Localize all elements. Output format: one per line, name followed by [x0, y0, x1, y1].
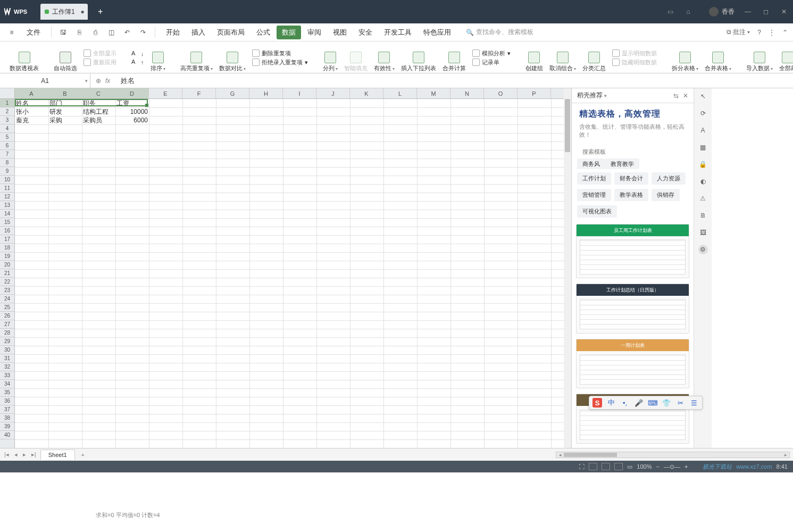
- cell[interactable]: 部门: [48, 99, 82, 107]
- pivot-table-button[interactable]: 数据透视表: [6, 44, 42, 72]
- ime-toolbar[interactable]: S 中 •, 🎤 ⌨ 👕 ✂ ☰: [589, 396, 703, 410]
- formula-input[interactable]: 姓名: [115, 76, 135, 86]
- cursor-icon[interactable]: ↖: [698, 92, 708, 101]
- zoom-out-icon[interactable]: −: [656, 463, 659, 470]
- panel-settings-icon[interactable]: ⇆: [673, 92, 679, 99]
- template-tag[interactable]: 教学表格: [614, 189, 648, 201]
- row-header[interactable]: 35: [0, 388, 14, 397]
- row-header[interactable]: 4: [0, 124, 14, 133]
- print2-icon[interactable]: ⎙: [89, 26, 102, 39]
- row-header[interactable]: 39: [0, 422, 14, 431]
- row-header[interactable]: 33: [0, 371, 14, 380]
- menu-tab-特色应用[interactable]: 特色应用: [418, 26, 456, 39]
- row-header[interactable]: 30: [0, 346, 14, 354]
- cell[interactable]: 秦克: [15, 116, 48, 124]
- whatif-button[interactable]: 模拟分析 ▾: [472, 49, 511, 57]
- sheet-nav-last[interactable]: ▸|: [30, 451, 37, 458]
- ungroup-button[interactable]: 取消组合: [546, 44, 579, 72]
- collapse-ribbon-icon[interactable]: ⌃: [782, 29, 788, 36]
- row-header[interactable]: 22: [0, 278, 14, 286]
- menu-tab-数据[interactable]: 数据: [277, 26, 301, 39]
- cell[interactable]: 采购员: [82, 116, 115, 124]
- read-mode-icon[interactable]: ▭: [627, 463, 632, 470]
- row-header[interactable]: 19: [0, 252, 14, 261]
- menu-tab-页面布局[interactable]: 页面布局: [212, 26, 250, 39]
- row-header[interactable]: 2: [0, 107, 14, 116]
- smart-fill-button[interactable]: 智能填充: [341, 44, 371, 72]
- column-header[interactable]: A: [15, 88, 48, 98]
- style-icon[interactable]: A: [698, 126, 708, 135]
- text-to-columns-button[interactable]: 分列: [320, 44, 341, 72]
- lock-icon[interactable]: 🔒: [698, 160, 708, 169]
- subtotal-button[interactable]: 分类汇总: [579, 44, 609, 72]
- row-header[interactable]: 20: [0, 261, 14, 269]
- sort-desc-button[interactable]: A↑: [131, 59, 144, 66]
- window-list-icon[interactable]: ▭: [665, 7, 675, 16]
- shape-icon[interactable]: ◐: [698, 177, 708, 186]
- cell[interactable]: 采购: [48, 116, 82, 124]
- sheet-nav-first[interactable]: |◂: [3, 451, 10, 458]
- panel-close-icon[interactable]: ✕: [683, 92, 688, 99]
- sheet-nav-prev[interactable]: ◂: [13, 451, 19, 458]
- column-header[interactable]: F: [182, 88, 216, 98]
- row-header[interactable]: 3: [0, 116, 14, 124]
- highlight-duplicates-button[interactable]: 高亮重复项: [177, 44, 216, 72]
- template-thumbnail[interactable]: 一周计划表: [576, 339, 689, 389]
- column-header[interactable]: B: [48, 88, 82, 98]
- row-header[interactable]: 31: [0, 354, 14, 363]
- template-tag[interactable]: 财务会计: [614, 172, 648, 185]
- import-data-button[interactable]: 导入数据: [743, 44, 776, 72]
- table-icon[interactable]: ▦: [698, 143, 708, 152]
- menu-tab-开发工具[interactable]: 开发工具: [379, 26, 417, 39]
- fullscreen-icon[interactable]: ⛶: [579, 463, 585, 470]
- home-icon[interactable]: ⌂: [683, 7, 693, 16]
- group-button[interactable]: 创建组: [522, 44, 546, 72]
- menu-tab-审阅[interactable]: 审阅: [302, 26, 327, 39]
- ime-keyboard-icon[interactable]: ⌨: [648, 398, 657, 408]
- split-table-button[interactable]: 拆分表格: [669, 44, 702, 72]
- sort-button[interactable]: 排序: [147, 44, 169, 72]
- row-header[interactable]: 36: [0, 397, 14, 405]
- data-validation-button[interactable]: 有效性: [371, 44, 398, 72]
- menu-tab-视图[interactable]: 视图: [328, 26, 352, 39]
- data-compare-button[interactable]: 数据对比: [216, 44, 249, 72]
- cell[interactable]: 工资: [115, 99, 149, 107]
- menu-tab-插入[interactable]: 插入: [186, 26, 211, 39]
- template-tag[interactable]: 人力资源: [652, 172, 686, 185]
- column-header[interactable]: N: [450, 88, 484, 98]
- column-header[interactable]: O: [484, 88, 517, 98]
- row-header[interactable]: 1: [0, 99, 14, 107]
- autofilter-button[interactable]: 自动筛选: [51, 44, 80, 72]
- redo-icon[interactable]: ↷: [137, 26, 149, 39]
- cell[interactable]: 职务: [82, 99, 115, 107]
- cell[interactable]: 结构工程: [82, 107, 115, 116]
- column-header[interactable]: E: [149, 88, 182, 98]
- template-search-input[interactable]: [577, 146, 661, 157]
- menu-tab-安全[interactable]: 安全: [353, 26, 378, 39]
- hamburger-icon[interactable]: ≡: [5, 26, 18, 39]
- row-header[interactable]: 12: [0, 193, 14, 201]
- sheet-nav-next[interactable]: ▸: [22, 451, 27, 458]
- view-break-icon[interactable]: [614, 463, 623, 470]
- template-tag[interactable]: 商务风: [577, 159, 605, 169]
- row-header[interactable]: 11: [0, 184, 14, 193]
- row-header[interactable]: 14: [0, 210, 14, 218]
- row-header[interactable]: 15: [0, 218, 14, 227]
- add-sheet-button[interactable]: +: [81, 452, 85, 458]
- row-header[interactable]: 16: [0, 227, 14, 235]
- preview-icon[interactable]: ◫: [105, 26, 118, 39]
- row-header[interactable]: 8: [0, 159, 14, 167]
- row-header[interactable]: 23: [0, 286, 14, 295]
- command-search[interactable]: 🔍 查找命令、搜索模板: [466, 28, 533, 37]
- file-menu[interactable]: 文件: [21, 26, 46, 39]
- row-header[interactable]: 7: [0, 150, 14, 159]
- ime-logo-icon[interactable]: S: [592, 398, 602, 408]
- cell[interactable]: 张小: [15, 107, 48, 116]
- row-header[interactable]: 5: [0, 133, 14, 142]
- print-icon[interactable]: ⎘: [73, 26, 86, 39]
- refresh-all-button[interactable]: 全部刷: [776, 44, 794, 72]
- cell[interactable]: 研发: [48, 107, 82, 116]
- refresh-icon[interactable]: ⟳: [698, 109, 708, 118]
- view-normal-icon[interactable]: [589, 463, 597, 470]
- horizontal-scrollbar[interactable]: ◂ ▸: [556, 452, 790, 458]
